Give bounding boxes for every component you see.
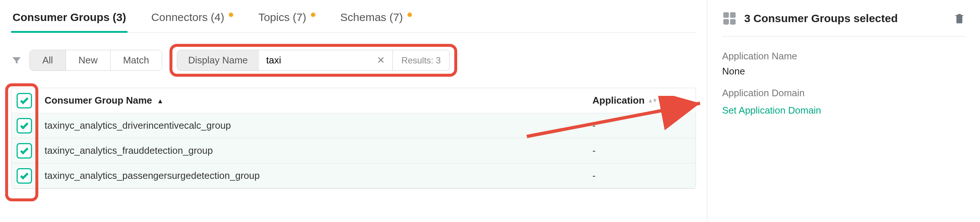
table-row[interactable]: taxinyc_analytics_driverincentivecalc_gr…: [11, 113, 695, 138]
filter-all-button[interactable]: All: [30, 50, 65, 70]
svg-rect-1: [730, 12, 736, 18]
cell-application: -: [585, 163, 695, 188]
cell-name: taxinyc_analytics_driverincentivecalc_gr…: [37, 113, 585, 138]
filter-new-button[interactable]: New: [65, 50, 110, 70]
check-icon: [19, 96, 29, 106]
table-row[interactable]: taxinyc_analytics_passengersurgedetectio…: [11, 163, 695, 188]
details-sidebar: 3 Consumer Groups selected Application N…: [707, 0, 980, 222]
filter-bar: All New Match Display Name ✕ Results: 3: [11, 33, 696, 88]
tab-topics[interactable]: Topics (7): [257, 11, 317, 32]
row-checkbox[interactable]: [17, 143, 32, 158]
row-checkbox[interactable]: [17, 168, 32, 184]
row-change-indicator-icon: [11, 120, 11, 131]
check-icon: [19, 146, 29, 156]
row-checkbox[interactable]: [17, 118, 32, 134]
app-domain-label: Application Domain: [722, 88, 965, 99]
results-count: Results: 3: [392, 50, 450, 70]
cell-application: -: [585, 138, 695, 163]
search-group: Display Name ✕ Results: 3: [177, 50, 450, 71]
cell-name: taxinyc_analytics_frauddetection_group: [37, 138, 585, 163]
tab-consumer-groups[interactable]: Consumer Groups (3): [11, 11, 127, 33]
table-row[interactable]: taxinyc_analytics_frauddetection_group -: [11, 138, 695, 163]
column-header-application-label: Application: [592, 95, 645, 106]
select-all-checkbox[interactable]: [17, 93, 32, 109]
app-name-value: None: [722, 65, 965, 77]
tab-label: Connectors (4): [151, 11, 224, 23]
annotation-highlight-search: Display Name ✕ Results: 3: [169, 44, 458, 77]
tab-label: Consumer Groups (3): [13, 11, 126, 23]
row-change-indicator-icon: [11, 170, 11, 181]
tab-connectors[interactable]: Connectors (4): [150, 11, 235, 32]
sort-icon: ▲▼: [648, 97, 657, 104]
tab-label: Topics (7): [258, 11, 306, 23]
search-field-label[interactable]: Display Name: [177, 50, 259, 70]
svg-rect-3: [730, 19, 736, 25]
notification-dot-icon: [407, 13, 412, 17]
set-application-domain-link[interactable]: Set Application Domain: [722, 105, 965, 116]
grid-icon: [722, 11, 737, 26]
tab-label: Schemas (7): [340, 11, 403, 23]
app-name-label: Application Name: [722, 51, 965, 62]
search-input[interactable]: [259, 50, 369, 70]
cell-name: taxinyc_analytics_passengersurgedetectio…: [37, 163, 585, 188]
cell-application: -: [585, 113, 695, 138]
check-icon: [19, 121, 29, 131]
check-icon: [19, 171, 29, 181]
column-header-name-label: Consumer Group Name: [45, 95, 152, 106]
table-header-row: Consumer Group Name ▲ Application ▲▼: [11, 88, 695, 113]
row-change-indicator-icon: [11, 145, 11, 157]
filter-segment-group: All New Match: [29, 50, 162, 71]
sidebar-header: 3 Consumer Groups selected: [722, 11, 965, 37]
notification-dot-icon: [229, 13, 233, 17]
tab-schemas[interactable]: Schemas (7): [339, 11, 414, 32]
delete-button[interactable]: [953, 13, 965, 24]
sort-asc-icon: ▲: [157, 97, 164, 105]
sidebar-title: 3 Consumer Groups selected: [744, 12, 946, 25]
svg-rect-2: [723, 19, 729, 25]
clear-search-button[interactable]: ✕: [369, 50, 392, 70]
close-icon: ✕: [377, 54, 385, 65]
column-header-application[interactable]: Application ▲▼: [585, 88, 695, 113]
tabs-bar: Consumer Groups (3) Connectors (4) Topic…: [11, 0, 696, 33]
filter-match-button[interactable]: Match: [110, 50, 162, 70]
filter-icon[interactable]: [11, 55, 22, 66]
notification-dot-icon: [311, 13, 315, 17]
svg-rect-0: [723, 12, 729, 18]
consumer-groups-table: Consumer Group Name ▲ Application ▲▼ tax…: [11, 88, 696, 189]
column-header-name[interactable]: Consumer Group Name ▲: [37, 88, 585, 113]
